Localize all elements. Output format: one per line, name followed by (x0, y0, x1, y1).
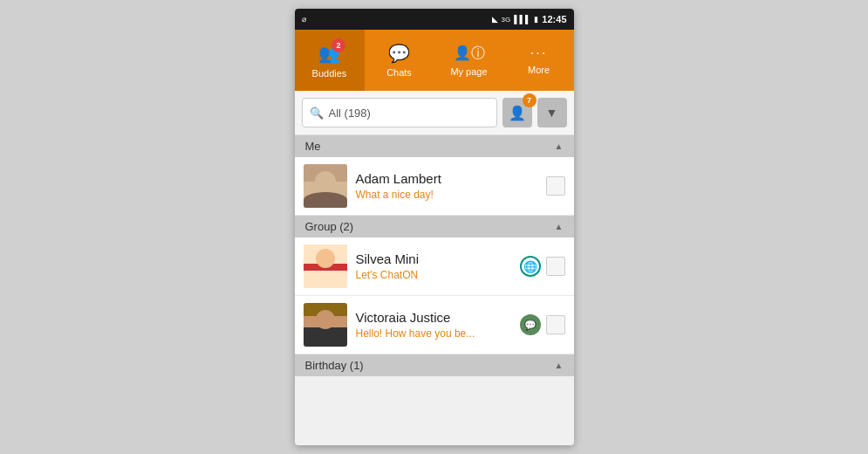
section-me-arrow: ▲ (555, 141, 564, 151)
tab-more[interactable]: ··· More (504, 30, 574, 91)
contact-info-adam-lambert: Adam Lambert What a nice day! (356, 171, 537, 201)
status-right: ◣ 3G ▌▌▌ ▮ 12:45 (492, 14, 567, 24)
avatar-victoraia-justice (304, 303, 347, 347)
filter-icon: ▼ (546, 106, 558, 120)
section-birthday-header[interactable]: Birthday (1) ▲ (295, 354, 574, 376)
chats-icon: 💬 (388, 43, 410, 64)
add-friend-badge: 7 (523, 93, 537, 107)
add-friend-icon: 👤 (509, 105, 526, 121)
contact-info-victoraia-justice: Victoraia Justice Hello! How have you be… (356, 310, 511, 340)
signal-bars-icon: ▌▌▌ (514, 15, 530, 24)
more-label: More (528, 65, 550, 75)
search-bar: 🔍 All (198) 👤 7 ▼ (295, 91, 574, 135)
buddies-badge: 2 (331, 38, 345, 52)
signal-label: 3G (502, 16, 511, 24)
section-birthday-arrow: ▲ (555, 361, 564, 370)
nav-tabs: 👥 2 Buddies 💬 Chats 👤ⓘ My page ··· More (295, 30, 574, 91)
section-group-header[interactable]: Group (2) ▲ (295, 216, 574, 237)
buddies-icon: 👥 2 (318, 42, 340, 65)
filter-button[interactable]: ▼ (537, 98, 567, 127)
contact-name-adam-lambert: Adam Lambert (356, 171, 537, 186)
contact-right-adam-lambert (546, 176, 565, 196)
checkbox-adam-lambert[interactable] (546, 176, 565, 196)
contact-name-victoraia-justice: Victoraia Justice (356, 310, 511, 325)
mypage-icon: 👤ⓘ (454, 45, 485, 63)
battery-icon: ▮ (534, 15, 538, 24)
status-left: ⌀ (302, 15, 306, 24)
section-group-title: Group (2) (305, 220, 354, 233)
content-area: Me ▲ Adam Lambert What a nice day! Group… (295, 135, 574, 445)
tab-buddies[interactable]: 👥 2 Buddies (295, 30, 365, 91)
avatar-adam-lambert (304, 164, 347, 208)
wifi-icon: ◣ (492, 15, 498, 24)
checkbox-silvea-mini[interactable] (546, 257, 565, 276)
tab-chats[interactable]: 💬 Chats (365, 30, 434, 91)
mypage-label: My page (450, 66, 487, 77)
contact-status-adam-lambert: What a nice day! (356, 189, 537, 201)
contact-item-adam-lambert[interactable]: Adam Lambert What a nice day! (295, 157, 574, 216)
checkbox-victoraia-justice[interactable] (546, 315, 565, 334)
time-display: 12:45 (542, 14, 566, 24)
contact-status-victoraia-justice: Hello! How have you be... (356, 327, 511, 340)
buddies-label: Buddies (312, 68, 347, 79)
section-me-title: Me (305, 140, 321, 153)
chats-label: Chats (386, 67, 412, 78)
contact-item-silvea-mini[interactable]: Silvea Mini Let's ChatON 🌐 (295, 237, 574, 296)
search-text: All (198) (329, 107, 371, 120)
search-input-wrapper[interactable]: 🔍 All (198) (302, 98, 497, 127)
section-group-arrow: ▲ (555, 222, 564, 231)
usb-icon: ⌀ (302, 15, 306, 24)
search-icon: 🔍 (310, 107, 324, 120)
contact-info-silvea-mini: Silvea Mini Let's ChatON (356, 251, 511, 281)
phone-container: ⌀ ◣ 3G ▌▌▌ ▮ 12:45 👥 2 Buddies 💬 Chats 👤… (295, 9, 574, 445)
section-me-header[interactable]: Me ▲ (295, 135, 574, 157)
status-bar: ⌀ ◣ 3G ▌▌▌ ▮ 12:45 (295, 9, 574, 30)
section-birthday-title: Birthday (1) (305, 359, 364, 372)
contact-name-silvea-mini: Silvea Mini (356, 251, 511, 266)
contact-right-victoraia-justice: 💬 (520, 314, 565, 335)
add-friend-button[interactable]: 👤 7 (502, 98, 532, 127)
chat-icon: 💬 (520, 314, 541, 335)
contact-status-silvea-mini: Let's ChatON (356, 269, 511, 281)
tab-mypage[interactable]: 👤ⓘ My page (434, 30, 504, 91)
globe-icon: 🌐 (520, 256, 541, 277)
avatar-silvea-mini (304, 244, 347, 288)
contact-right-silvea-mini: 🌐 (520, 256, 565, 277)
contact-item-victoraia-justice[interactable]: Victoraia Justice Hello! How have you be… (295, 296, 574, 354)
more-icon: ··· (530, 45, 547, 61)
